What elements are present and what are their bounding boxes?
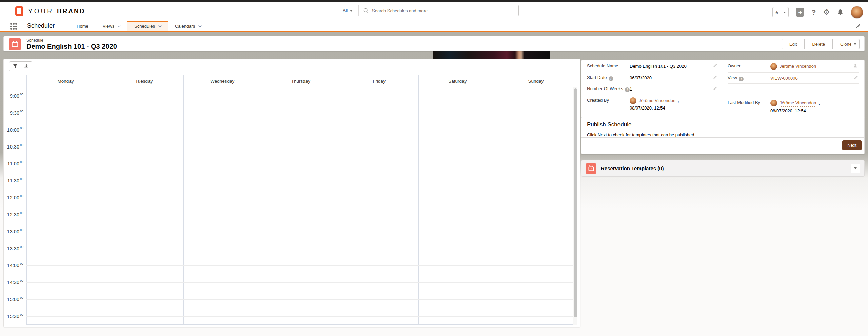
field-number-of-weeks: Number Of Weeksi 1: [587, 83, 718, 95]
inline-edit-pencil-icon[interactable]: [853, 75, 858, 80]
entity-label: Schedule: [26, 38, 43, 43]
favorites-control: ★: [772, 7, 789, 17]
field-spacer: [728, 84, 859, 97]
half-hour-line: [26, 164, 575, 164]
time-axis-label: 10:0000: [4, 121, 26, 138]
day-header-cell: Friday: [340, 75, 418, 87]
time-axis-label: 14:3000: [4, 274, 26, 291]
time-slot-row[interactable]: 11:0000: [4, 155, 575, 172]
time-slot-row[interactable]: 9:3000: [4, 104, 575, 121]
time-slot-row[interactable]: 11:3000: [4, 172, 575, 189]
publish-card-description: Click Next to check for templates that c…: [587, 132, 859, 137]
half-hour-line: [26, 316, 575, 317]
info-icon[interactable]: i: [625, 87, 630, 92]
calendar-card: MondayTuesdayWednesdayThursdayFridaySatu…: [3, 59, 580, 327]
time-slot-row[interactable]: 14:3000: [4, 274, 575, 291]
reservation-templates-title: Reservation Templates (0): [601, 165, 664, 171]
time-slot-row[interactable]: 13:3000: [4, 240, 575, 257]
day-header-cell: Monday: [26, 75, 105, 87]
brand-logo-text-light: YOUR: [28, 7, 54, 15]
time-axis-label: 14:0000: [4, 257, 26, 274]
time-slot-row[interactable]: 10:3000: [4, 138, 575, 155]
search-input[interactable]: [372, 8, 518, 13]
global-actions-button[interactable]: +: [796, 8, 804, 17]
inline-edit-pencil-icon[interactable]: [713, 63, 717, 68]
time-slot-row[interactable]: 14:0000: [4, 257, 575, 274]
field-schedule-name: Schedule Name Demo English 101 - Q3 2020: [587, 61, 718, 72]
favorite-star-button[interactable]: ★: [773, 7, 781, 17]
time-axis-label: 12:0000: [4, 189, 26, 206]
day-header-cell: Thursday: [261, 75, 340, 87]
inline-edit-pencil-icon[interactable]: [713, 86, 717, 91]
more-actions-dropdown-button[interactable]: [851, 39, 860, 49]
calendar-toolbar: [9, 61, 32, 71]
field-created-by: Created By Jérôme Vincendon , 08/07/2020…: [587, 95, 718, 114]
app-navbar: Scheduler Home Views Schedules Calendars: [0, 21, 868, 32]
tab-schedules[interactable]: Schedules: [127, 21, 168, 31]
user-link[interactable]: Jérôme Vincendon: [639, 97, 675, 104]
delete-button[interactable]: Delete: [805, 39, 833, 49]
edit-button[interactable]: Edit: [782, 39, 805, 49]
collapse-section-button[interactable]: [851, 164, 860, 173]
day-header-cell: Sunday: [497, 75, 575, 87]
help-icon[interactable]: ?: [811, 8, 816, 16]
favorites-dropdown-button[interactable]: [781, 7, 788, 17]
edit-navbar-pencil-icon[interactable]: [855, 24, 861, 29]
time-slot-row[interactable]: 9:0000: [4, 87, 575, 104]
search-scope-selector[interactable]: All: [337, 5, 359, 16]
notifications-bell-icon[interactable]: [837, 9, 844, 16]
half-hour-line: [26, 113, 575, 113]
half-hour-line: [26, 198, 575, 198]
day-header-cell: Wednesday: [183, 75, 261, 87]
setup-gear-icon[interactable]: ⚙: [823, 8, 830, 17]
divider: [581, 137, 864, 138]
user-link[interactable]: Jérôme Vincendon: [780, 63, 816, 70]
time-slot-row[interactable]: 12:0000: [4, 189, 575, 206]
time-slot-row[interactable]: 15:3000: [4, 308, 575, 325]
half-hour-line: [26, 147, 575, 147]
search-icon: [363, 8, 369, 13]
filter-button[interactable]: [9, 62, 21, 71]
tab-calendars[interactable]: Calendars: [168, 21, 208, 31]
half-hour-line: [26, 265, 575, 266]
user-avatar-small: [770, 63, 777, 70]
time-slot-row[interactable]: 15:0000: [4, 291, 575, 308]
page-title: Demo English 101 - Q3 2020: [26, 43, 117, 51]
half-hour-line: [26, 299, 575, 300]
brand-logo-icon: [15, 6, 23, 16]
time-slot-row[interactable]: 12:3000: [4, 206, 575, 223]
user-avatar[interactable]: [851, 6, 863, 19]
time-grid-body[interactable]: 9:0000 9:3000 10:0000: [4, 87, 575, 325]
time-axis-label: 9:0000: [4, 87, 26, 104]
info-icon[interactable]: i: [739, 77, 744, 81]
change-owner-icon[interactable]: [853, 63, 858, 68]
field-owner: Owner Jérôme Vincendon: [728, 61, 859, 73]
tab-views[interactable]: Views: [96, 21, 127, 31]
brand-logo-text-bold: BRAND: [57, 7, 85, 15]
time-axis-label: 13:3000: [4, 240, 26, 257]
publish-card-title: Publish Schedule: [587, 121, 859, 128]
time-axis-label: 10:3000: [4, 138, 26, 155]
inline-edit-pencil-icon[interactable]: [713, 75, 717, 80]
half-hour-line: [26, 96, 575, 96]
calendar-grid[interactable]: MondayTuesdayWednesdayThursdayFridaySatu…: [4, 75, 575, 325]
reservation-templates-header[interactable]: Reservation Templates (0): [581, 160, 865, 177]
record-link[interactable]: VIEW-000006: [770, 76, 798, 81]
download-button[interactable]: [21, 62, 32, 71]
app-launcher-icon[interactable]: [10, 23, 19, 30]
time-slot-row[interactable]: 10:0000: [4, 121, 575, 138]
field-start-date: Start Datei 06/07/2020: [587, 72, 718, 84]
field-view: Viewi VIEW-000006: [728, 73, 859, 84]
record-header-card: Schedule Demo English 101 - Q3 2020 Edit…: [3, 36, 865, 51]
calendar-scrollbar-thumb[interactable]: [574, 88, 577, 317]
time-axis-label: 13:0000: [4, 223, 26, 240]
global-header: YOUR BRAND All ★ + ? ⚙: [0, 2, 868, 21]
tab-home[interactable]: Home: [70, 21, 96, 31]
time-slot-row[interactable]: 13:0000: [4, 223, 575, 240]
next-button[interactable]: Next: [842, 140, 862, 150]
half-hour-line: [26, 215, 575, 215]
info-icon[interactable]: i: [609, 76, 613, 81]
user-link[interactable]: Jérôme Vincendon: [780, 100, 816, 107]
record-action-buttons: EditDeleteClone: [782, 39, 860, 49]
time-axis-label: 9:3000: [4, 104, 26, 121]
